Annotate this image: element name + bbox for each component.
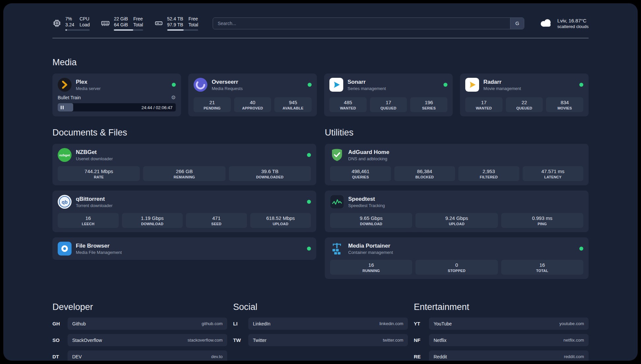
app-card-overseerr[interactable]: Overseerr Media Requests 21PENDING 40APP… [188, 74, 317, 116]
stat-ping: 0.993 msPING [501, 213, 583, 228]
stat-remaining: 266 GBREMAINING [143, 166, 225, 181]
stat-total: 16TOTAL [501, 260, 583, 275]
topbar-divider [52, 38, 589, 38]
search-bar: G [213, 17, 524, 29]
bookmark-reddit[interactable]: Reddit reddit.com [429, 350, 589, 361]
svg-text:nzbget: nzbget [59, 154, 70, 157]
bookmark-url: linkedin.com [380, 321, 403, 326]
bookmark-abbr: DT [52, 354, 68, 359]
bookmark-twitter[interactable]: Twitter twitter.com [248, 334, 408, 346]
bookmark-linkedin[interactable]: LinkedIn linkedin.com [248, 318, 408, 330]
bookmark-abbr: RE [414, 354, 429, 359]
bookmark-abbr: GH [52, 321, 68, 326]
section-title-developer: Developer [52, 302, 227, 312]
bookmark-url: reddit.com [564, 354, 584, 359]
app-subtitle: Media File Management [76, 250, 122, 255]
app-subtitle: DNS and adblocking [348, 156, 389, 161]
cpu-progress-bar [65, 29, 90, 31]
section-title-entertainment: Entertainment [414, 302, 589, 312]
bookmark-github[interactable]: Github github.com [68, 318, 227, 330]
app-card-filebrowser[interactable]: File Browser Media File Management [52, 237, 316, 260]
stat-pending: 21PENDING [194, 97, 231, 112]
gear-icon[interactable]: ⚙ [171, 95, 176, 100]
bookmark-url: dev.to [211, 354, 223, 359]
ram-free-value: 22 GiB [114, 16, 128, 22]
disk-labels: Free Total [189, 16, 198, 28]
stat-queued: 17QUEUED [370, 97, 407, 112]
app-card-portainer[interactable]: Media Portainer Container management 16R… [325, 237, 589, 279]
app-subtitle: Speedtest Tracking [348, 203, 385, 208]
bookmark-abbr: LI [233, 321, 248, 326]
overseerr-icon [194, 78, 207, 92]
app-name: Sonarr [348, 79, 386, 85]
bookmark-row: GH Github github.com [52, 318, 227, 330]
svg-text:qb: qb [62, 199, 68, 205]
plex-icon [58, 78, 72, 92]
playback-time: 24:44 / 02:06:47 [141, 105, 172, 110]
portainer-icon [330, 242, 344, 256]
stat-approved: 40APPROVED [234, 97, 271, 112]
search-input[interactable] [213, 18, 510, 29]
stat-queued: 22QUEUED [506, 97, 543, 112]
nzbget-icon: nzbget [58, 148, 72, 162]
bookmark-name: YouTube [434, 321, 452, 326]
status-dot [308, 83, 312, 87]
disk-icon [154, 19, 163, 28]
cloud-icon [539, 18, 553, 29]
stat-running: 16RUNNING [330, 260, 412, 275]
app-card-sonarr[interactable]: Sonarr Series management 485WANTED 17QUE… [324, 74, 453, 116]
bookmark-name: LinkedIn [253, 321, 270, 326]
app-subtitle: Container management [348, 250, 393, 255]
app-name: NZBGet [76, 149, 113, 156]
sonarr-icon [329, 78, 343, 92]
ram-progress-bar [114, 29, 143, 31]
app-card-radarr[interactable]: Radarr Movie management 17WANTED 22QUEUE… [460, 74, 589, 116]
app-name: qBittorrent [76, 196, 112, 202]
stat-upload: 618.52 MbpsUPLOAD [250, 213, 311, 228]
app-name: Radarr [483, 79, 521, 85]
app-name: Media Portainer [348, 243, 393, 249]
pause-icon[interactable] [61, 106, 64, 109]
bookmark-dev[interactable]: DEV dev.to [68, 350, 227, 361]
app-card-nzbget[interactable]: nzbget NZBGet Usenet downloader 744.21 M… [52, 144, 316, 185]
section-title-media: Media [52, 57, 589, 68]
bookmark-youtube[interactable]: YouTube youtube.com [429, 318, 589, 330]
bookmark-name: Github [72, 321, 86, 326]
bookmark-row: TW Twitter twitter.com [233, 334, 408, 346]
app-card-qbittorrent[interactable]: qb qBittorrent Torrent downloader 16LEEC… [52, 191, 316, 232]
app-subtitle: Media Requests [212, 86, 243, 91]
app-card-adguard[interactable]: AdGuard Home DNS and adblocking 498,461Q… [325, 144, 589, 185]
search-engine-button[interactable]: G [510, 18, 524, 29]
bookmark-abbr: NF [414, 337, 429, 343]
bookmark-url: netflix.com [564, 338, 584, 343]
bookmark-url: stackoverflow.com [188, 338, 223, 343]
bookmark-url: youtube.com [560, 321, 584, 326]
cpu-percent: 7% [65, 16, 74, 22]
section-title-utilities: Utilities [325, 128, 589, 138]
stat-series: 196SERIES [410, 97, 447, 112]
bookmark-name: Twitter [253, 338, 266, 343]
bookmark-url: github.com [201, 321, 223, 326]
bookmark-abbr: YT [414, 321, 429, 326]
bookmark-row: NF Netflix netflix.com [414, 334, 589, 346]
app-name: AdGuard Home [348, 149, 389, 156]
playback-progress-bar[interactable]: 24:44 / 02:06:47 [58, 103, 176, 111]
app-subtitle: Media server [76, 86, 101, 91]
stat-rate: 744.21 MbpsRATE [58, 166, 140, 181]
now-playing-title: Bullet Train [58, 95, 81, 100]
app-card-speedtest[interactable]: Speedtest Speedtest Tracking 9.65 GbpsDO… [325, 191, 589, 232]
qbittorrent-icon: qb [58, 195, 72, 209]
cpu-icon [52, 19, 61, 28]
status-dot [579, 247, 583, 251]
stat-blocked: 86,384BLOCKED [394, 166, 455, 181]
app-card-plex[interactable]: Plex Media server Bullet Train ⚙ 24:44 /… [52, 74, 181, 116]
bookmark-abbr: SO [52, 337, 68, 343]
bookmark-stackoverflow[interactable]: StackOverflow stackoverflow.com [68, 334, 227, 346]
section-title-social: Social [233, 302, 408, 312]
bookmark-netflix[interactable]: Netflix netflix.com [429, 334, 589, 346]
adguard-icon [330, 148, 344, 162]
disk-values: 52.4 TB 97.9 TB [167, 16, 183, 28]
ram-labels: Free Total [133, 16, 143, 28]
stat-downloaded: 39.6 TBDOWNLOADED [229, 166, 311, 181]
topbar: 7% 3.24 CPU Load [52, 16, 589, 31]
